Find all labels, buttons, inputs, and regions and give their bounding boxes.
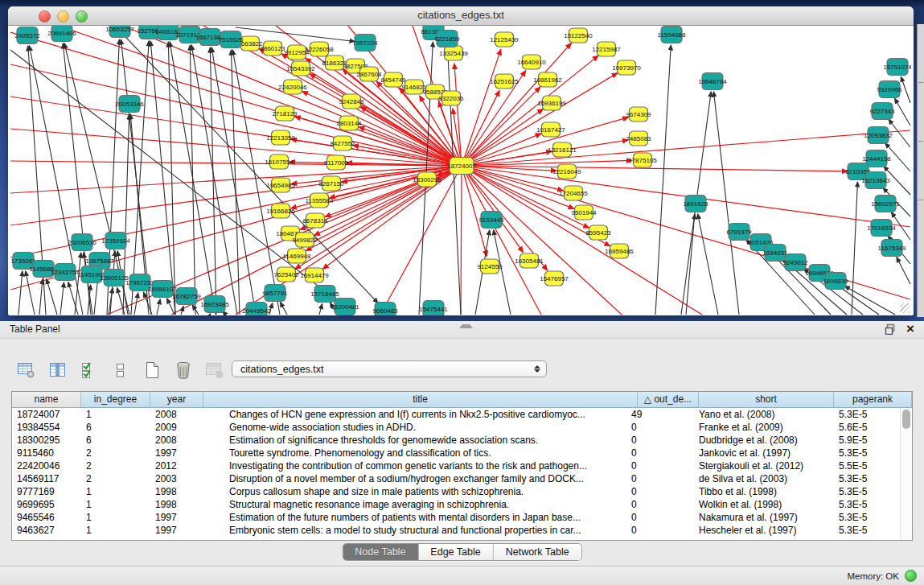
tab-edge-table[interactable]: Edge Table bbox=[418, 544, 493, 560]
cell: Structural magnetic resonance image aver… bbox=[203, 498, 626, 511]
graph-edge[interactable] bbox=[134, 293, 138, 315]
graph-node-label: 10975887 bbox=[85, 257, 114, 265]
graph-edge[interactable] bbox=[210, 314, 211, 315]
table-row[interactable]: 2242004622012Investigating the contribut… bbox=[12, 459, 901, 472]
column-header[interactable]: in_degree bbox=[81, 392, 150, 408]
graph-edge[interactable] bbox=[231, 50, 240, 315]
tab-node-table[interactable]: Node Table bbox=[343, 544, 418, 560]
delete-column-icon[interactable] bbox=[173, 360, 194, 381]
graph-edge[interactable] bbox=[462, 130, 910, 166]
table-row[interactable]: 911546021997Tourette syndrome. Phenomeno… bbox=[12, 447, 901, 459]
graph-edge[interactable] bbox=[448, 49, 461, 315]
import-table-disabled-icon bbox=[204, 360, 225, 381]
memory-status-icon[interactable] bbox=[905, 570, 917, 582]
graph-edge[interactable] bbox=[10, 161, 462, 166]
float-panel-icon[interactable] bbox=[885, 323, 897, 335]
cell: Dudbridge et al. (2008) bbox=[688, 434, 823, 447]
graph-edge[interactable] bbox=[462, 49, 501, 166]
splitter-handle[interactable] bbox=[459, 320, 473, 328]
table-scrollbar[interactable] bbox=[900, 408, 912, 540]
cell: de Silva et al. (2003) bbox=[688, 472, 823, 485]
cell: 0 bbox=[626, 459, 688, 472]
graph-edge[interactable] bbox=[901, 76, 910, 103]
graph-edge[interactable] bbox=[47, 278, 57, 315]
table-row[interactable]: 1456911722003Disruption of a novel membe… bbox=[12, 472, 901, 485]
tab-network-table[interactable]: Network Table bbox=[494, 544, 581, 560]
graph-node-label: 15122540 bbox=[564, 32, 593, 39]
cell: 2003 bbox=[150, 472, 203, 485]
graph-edge[interactable] bbox=[280, 302, 287, 315]
graph-edge[interactable] bbox=[461, 166, 462, 315]
table-mode-icon[interactable] bbox=[16, 360, 37, 381]
graph-edge[interactable] bbox=[181, 306, 183, 315]
graph-edge[interactable] bbox=[39, 279, 43, 315]
cell: 18300295 bbox=[12, 434, 81, 447]
cell: 0 bbox=[626, 472, 688, 485]
graph-edge[interactable] bbox=[144, 292, 152, 315]
background-window-edge bbox=[917, 24, 924, 317]
node-table[interactable]: namein_degreeyeartitle△ out_de...shortpa… bbox=[11, 391, 913, 541]
graph-node-label: 10973970 bbox=[612, 64, 641, 72]
graph-node-label: 20449542 bbox=[242, 307, 271, 315]
cell: 5.3E-5 bbox=[823, 472, 901, 485]
column-header[interactable]: △ out_de... bbox=[638, 392, 699, 408]
cell: Estimation of significance thresholds fo… bbox=[203, 434, 626, 447]
graph-edge[interactable] bbox=[462, 140, 628, 166]
graph-edge[interactable] bbox=[454, 64, 462, 166]
graph-edge[interactable] bbox=[686, 214, 695, 315]
scrollbar-thumb[interactable] bbox=[902, 410, 910, 429]
graph-edge[interactable] bbox=[190, 45, 195, 315]
graph-edge[interactable] bbox=[852, 182, 857, 315]
network-window[interactable]: citations_edges.txt 88601238912954122260… bbox=[8, 6, 914, 315]
graph-edge[interactable] bbox=[26, 271, 35, 315]
graph-edge[interactable] bbox=[75, 253, 81, 315]
select-all-icon[interactable] bbox=[79, 360, 100, 381]
graph-edge[interactable] bbox=[895, 98, 910, 126]
table-row[interactable]: 1872400712008Changes of HCN gene express… bbox=[12, 408, 901, 421]
column-header[interactable]: short bbox=[699, 392, 834, 408]
table-row[interactable]: 1938455462009Genome-wide association stu… bbox=[12, 421, 901, 434]
graph-node-label: 8678314 bbox=[302, 217, 328, 225]
row-height-icon[interactable] bbox=[110, 360, 131, 381]
graph-edge[interactable] bbox=[60, 282, 64, 315]
graph-edge[interactable] bbox=[306, 58, 462, 166]
graph-edge[interactable] bbox=[698, 214, 718, 315]
graph-node-label: 13505135 bbox=[100, 274, 129, 282]
graph-node-label: 16300481 bbox=[331, 303, 359, 311]
column-header[interactable]: title bbox=[203, 392, 638, 408]
network-canvas[interactable]: 8860123891295412226058105433928186328982… bbox=[10, 26, 911, 315]
table-row[interactable]: 1830029562008Estimation of significance … bbox=[12, 434, 901, 447]
graph-node-label: 16305481 bbox=[515, 257, 544, 265]
column-header[interactable]: pagerank bbox=[834, 392, 912, 408]
graph-edge[interactable] bbox=[319, 304, 322, 315]
column-header[interactable]: name bbox=[12, 392, 81, 408]
show-columns-icon[interactable] bbox=[47, 360, 68, 381]
graph-edge[interactable] bbox=[167, 299, 175, 315]
graph-node-label: 17016534 bbox=[867, 225, 896, 232]
graph-edge[interactable] bbox=[18, 271, 23, 315]
graph-node-label: 9499822 bbox=[292, 237, 318, 244]
cell: 1997 bbox=[150, 447, 203, 459]
graph-edge[interactable] bbox=[462, 56, 598, 166]
table-row[interactable]: 977716911998Corpus callosum shape and si… bbox=[12, 485, 901, 498]
table-row[interactable]: 969969511998Structural magnetic resonanc… bbox=[12, 498, 901, 511]
cell: Changes of HCN gene expression and I(f) … bbox=[203, 408, 626, 421]
graph-node-label: 17875105 bbox=[628, 157, 657, 164]
table-selector-dropdown[interactable]: citations_edges.txt bbox=[232, 360, 547, 377]
graph-node-label: 2718129 bbox=[272, 110, 298, 117]
close-panel-icon[interactable]: × bbox=[906, 323, 914, 335]
graph-edge[interactable] bbox=[462, 166, 541, 315]
column-header[interactable]: year bbox=[150, 392, 203, 408]
table-panel: Table Panel × bbox=[0, 321, 924, 585]
create-column-icon[interactable] bbox=[142, 360, 162, 381]
graph-edge[interactable] bbox=[655, 45, 671, 315]
window-titlebar[interactable]: citations_edges.txt bbox=[8, 6, 914, 26]
graph-edge[interactable] bbox=[291, 139, 462, 166]
table-row[interactable]: 946554611997Estimation of the future num… bbox=[12, 511, 901, 524]
window-resize-grip[interactable] bbox=[900, 303, 910, 313]
graph-node-label: 16923485 bbox=[200, 301, 229, 308]
cell: 14569117 bbox=[12, 472, 81, 485]
graph-node-label: 15751074 bbox=[883, 64, 911, 71]
graph-edge[interactable] bbox=[157, 299, 160, 315]
table-row[interactable]: 946362711997Embryonic stem cells: a mode… bbox=[12, 524, 901, 537]
